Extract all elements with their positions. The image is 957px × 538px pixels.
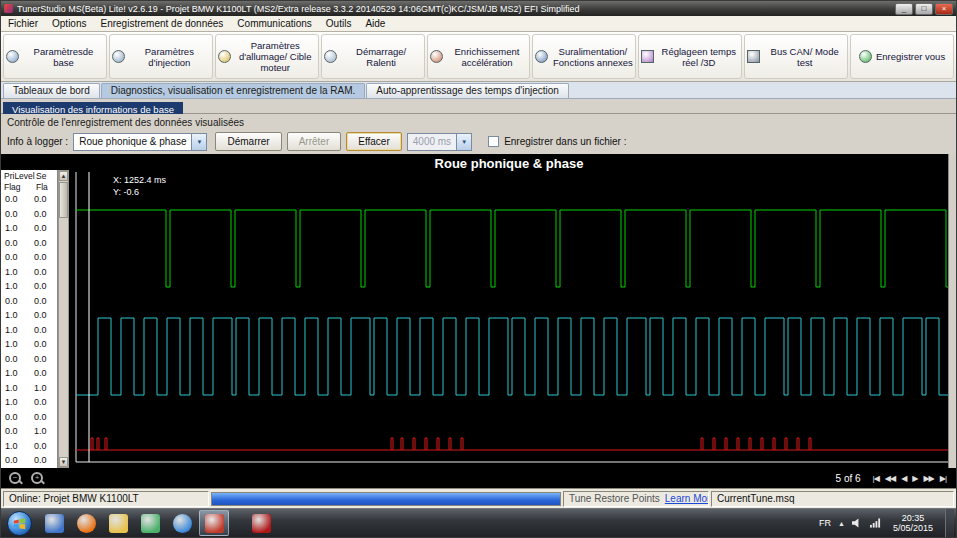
last-page-button[interactable]: ▶| xyxy=(940,474,946,483)
table-row[interactable]: 1.00.0 xyxy=(1,308,57,323)
volume-icon[interactable] xyxy=(852,518,863,528)
next-page-button[interactable]: ▶ xyxy=(912,474,917,483)
tab-1[interactable]: Diagnostics, visualisation et enregistre… xyxy=(101,83,366,98)
tunerstudio-icon-glyph xyxy=(205,514,224,533)
col-header-seclevel[interactable]: Se xyxy=(33,171,46,181)
acrobat-icon[interactable] xyxy=(246,510,276,536)
app-colorful-icon[interactable] xyxy=(135,510,165,536)
explorer-folder-icon[interactable] xyxy=(103,510,133,536)
menu-item[interactable]: Fichier xyxy=(1,18,45,29)
maximize-button[interactable]: □ xyxy=(915,3,933,15)
menu-item[interactable]: Enregistrement de données xyxy=(93,18,230,29)
table-cell: 0.0 xyxy=(30,281,47,291)
table-cell: 1.0 xyxy=(1,310,30,320)
table-cell: 0.0 xyxy=(1,296,30,306)
table-row[interactable]: 1.00.0 xyxy=(1,395,57,410)
realtime-3d-tuning-button[interactable]: Réglageen temps réel /3D xyxy=(638,34,742,79)
chevron-down-icon: ▼ xyxy=(456,134,471,150)
table-row[interactable]: 0.00.0 xyxy=(1,453,57,468)
interval-value: 4000 ms xyxy=(408,136,456,147)
register-button[interactable]: Enregistrer vous xyxy=(850,34,954,79)
media-player-icon[interactable] xyxy=(39,510,69,536)
hidden-icons-button[interactable]: ▲ xyxy=(838,520,845,527)
clear-button[interactable]: Effacer xyxy=(346,132,402,151)
startup-idle-button[interactable]: Démarrage/ Ralenti xyxy=(321,34,425,79)
base-settings-button[interactable]: Paramètresde base xyxy=(3,34,107,79)
boost-aux-button[interactable]: Suralimentation/ Fonctions annexes xyxy=(532,34,636,79)
tab-2[interactable]: Auto-apprentissage des temps d'injection xyxy=(366,83,569,98)
scroll-down-icon[interactable]: ▼ xyxy=(59,457,68,467)
chevron-down-icon[interactable]: ▼ xyxy=(191,134,206,150)
record-to-file-checkbox[interactable] xyxy=(488,136,499,147)
menu-item[interactable]: Aide xyxy=(358,18,392,29)
title-bar[interactable]: TunerStudio MS(Beta) Lite! v2.6.19 - Pro… xyxy=(1,1,956,16)
start-button[interactable] xyxy=(7,511,32,536)
table-cell: 1.0 xyxy=(30,383,47,393)
table-scrollbar[interactable]: ▲ ▼ xyxy=(58,170,69,468)
table-cell: 0.0 xyxy=(30,296,47,306)
table-row[interactable]: 1.00.0 xyxy=(1,439,57,454)
table-row[interactable]: 1.00.0 xyxy=(1,337,57,352)
injection-settings-button[interactable]: Paramètres d'injection xyxy=(109,34,213,79)
ignition-settings-button[interactable]: Paramètres d'allumage/ Cible moteur xyxy=(215,34,319,79)
table-row[interactable]: 0.00.0 xyxy=(1,192,57,207)
close-button[interactable]: × xyxy=(935,3,953,15)
table-row[interactable]: 0.01.0 xyxy=(1,424,57,439)
table-row[interactable]: 0.00.0 xyxy=(1,236,57,251)
zoom-in-icon[interactable]: + xyxy=(31,472,43,484)
table-row[interactable]: 0.00.0 xyxy=(1,250,57,265)
firefox-icon[interactable] xyxy=(71,510,101,536)
menu-item[interactable]: Communications xyxy=(230,18,318,29)
logger-select[interactable]: Roue phonique & phase ▼ xyxy=(73,133,207,151)
col-subheader-flag[interactable]: Flag xyxy=(1,182,33,192)
prev-page-button[interactable]: ◀ xyxy=(901,474,906,483)
zoom-out-icon[interactable]: − xyxy=(9,472,21,484)
current-tune-file: CurrentTune.msq xyxy=(711,491,954,507)
table-row[interactable]: 1.00.0 xyxy=(1,221,57,236)
menu-item[interactable]: Outils xyxy=(319,18,359,29)
toolbar-button-label: Paramètresde base xyxy=(23,46,104,68)
table-cell: 0.0 xyxy=(30,194,47,204)
tuning-3d-icon xyxy=(641,50,654,63)
signal-data-table[interactable]: PriLevel Se Flag Fla 0.00.00.00.01.00.00… xyxy=(1,170,58,468)
tunerstudio-icon[interactable] xyxy=(199,510,229,536)
table-cell: 1.0 xyxy=(30,426,47,436)
table-row[interactable]: 0.00.0 xyxy=(1,410,57,425)
right-scroll-strip xyxy=(948,154,956,468)
rewind-button[interactable]: ◀◀ xyxy=(885,474,895,483)
table-cell: 0.0 xyxy=(30,441,47,451)
table-cell: 1.0 xyxy=(1,281,30,291)
clock[interactable]: 20:35 5/05/2015 xyxy=(888,513,938,533)
scrollbar-thumb[interactable] xyxy=(59,182,68,218)
language-indicator[interactable]: FR xyxy=(819,518,831,528)
minimize-button[interactable]: _ xyxy=(895,3,913,15)
tab-0[interactable]: Tableaux de bord xyxy=(3,83,100,98)
show-desktop-button[interactable] xyxy=(945,509,954,537)
toolbar-button-label: Bus CAN/ Mode test xyxy=(764,46,845,68)
col-header-prilevel[interactable]: PriLevel xyxy=(1,171,33,181)
start-button[interactable]: Démarrer xyxy=(215,132,281,151)
network-icon[interactable] xyxy=(870,518,881,528)
first-page-button[interactable]: |◀ xyxy=(873,474,879,483)
table-cell: 0.0 xyxy=(30,310,47,320)
can-bus-test-button[interactable]: Bus CAN/ Mode test xyxy=(744,34,848,79)
windows-logo-icon xyxy=(13,517,26,530)
internet-icon[interactable] xyxy=(167,510,197,536)
table-row[interactable]: 1.01.0 xyxy=(1,381,57,396)
table-row[interactable]: 1.00.0 xyxy=(1,323,57,338)
menu-item[interactable]: Options xyxy=(45,18,93,29)
col-subheader-flag2[interactable]: Fla xyxy=(33,182,48,192)
table-row[interactable]: 0.00.0 xyxy=(1,352,57,367)
accel-enrichment-button[interactable]: Enrichissement accélération xyxy=(427,34,531,79)
scroll-up-icon[interactable]: ▲ xyxy=(59,171,68,181)
table-row[interactable]: 1.00.0 xyxy=(1,265,57,280)
toolbar-button-label: Réglageen temps réel /3D xyxy=(658,46,739,68)
table-row[interactable]: 0.00.0 xyxy=(1,207,57,222)
table-row[interactable]: 0.00.0 xyxy=(1,294,57,309)
learn-more-link[interactable]: Learn More! xyxy=(665,493,709,504)
idle-icon xyxy=(324,50,337,63)
table-row[interactable]: 1.00.0 xyxy=(1,279,57,294)
forward-button[interactable]: ▶▶ xyxy=(923,474,933,483)
waveform-chart[interactable]: Roue phonique & phase X: 1252.4 ms Y: -0… xyxy=(69,154,950,465)
table-row[interactable]: 1.00.0 xyxy=(1,366,57,381)
